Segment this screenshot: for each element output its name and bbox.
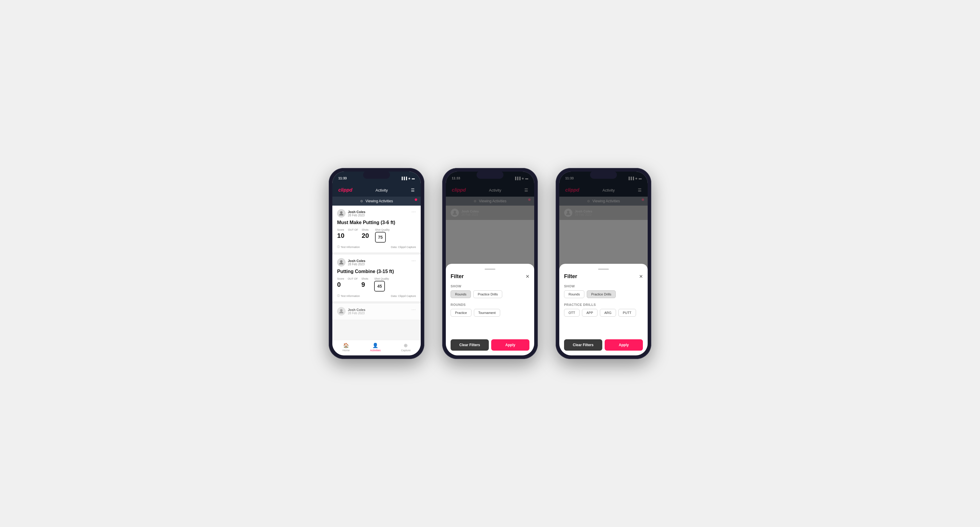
score-section-2: Score 0 bbox=[337, 277, 344, 289]
filter-sheet-3: Filter ✕ Show Rounds Practice Drills Pra… bbox=[559, 264, 648, 356]
filter-close-3[interactable]: ✕ bbox=[639, 274, 643, 279]
chip-ott-label-3: OTT bbox=[568, 311, 575, 314]
user-details-2: Josh Coles 28 Feb 2023 bbox=[348, 259, 366, 266]
notification-dot-1 bbox=[415, 198, 417, 201]
clear-filters-btn-2[interactable]: Clear Filters bbox=[450, 339, 489, 351]
filter-show-label-3: Show bbox=[564, 284, 643, 288]
card-header-2: Josh Coles 28 Feb 2023 ··· bbox=[337, 258, 416, 267]
filter-close-2[interactable]: ✕ bbox=[525, 274, 530, 279]
shots-value-2: 9 bbox=[361, 281, 365, 288]
quality-section-1: Shot Quality 75 bbox=[375, 228, 390, 243]
chip-rounds-label-3: Rounds bbox=[568, 292, 580, 296]
user-name-1: Josh Coles bbox=[348, 210, 366, 214]
svg-point-1 bbox=[340, 260, 342, 263]
chip-rounds-2[interactable]: Rounds bbox=[450, 290, 471, 298]
phone-3: 11:33 ▐▐▐ ◈ ▬ clippd Activity ☰ ⚙ Viewin… bbox=[556, 168, 651, 359]
quality-badge-1: 75 bbox=[375, 232, 386, 243]
capture-label: Capture bbox=[401, 349, 410, 352]
capture-icon: ⊕ bbox=[404, 343, 407, 348]
avatar-2 bbox=[337, 258, 345, 267]
activity-title-1: Must Make Putting (3-6 ft) bbox=[337, 220, 416, 225]
filter-buttons-2: Clear Filters Apply bbox=[450, 339, 530, 351]
chip-arg-3[interactable]: ARG bbox=[600, 309, 616, 317]
user-info-3: Josh Coles 28 Feb 2023 bbox=[337, 307, 366, 316]
phone-2-screen: 11:33 ▐▐▐ ◈ ▬ clippd Activity ☰ ⚙ Viewin… bbox=[446, 171, 534, 356]
chip-practice-drills-2[interactable]: Practice Drills bbox=[473, 290, 502, 298]
stats-row-1: Score 10 OUT OF Shots 20 Shot Quality 75 bbox=[337, 228, 416, 243]
chip-arg-label-3: ARG bbox=[605, 311, 611, 314]
avatar-3 bbox=[337, 307, 345, 316]
filter-title-3: Filter bbox=[564, 273, 577, 279]
card-footer-1: ⓘ Test Information Data: Clippd Capture bbox=[337, 245, 416, 249]
filter-buttons-3: Clear Filters Apply bbox=[564, 339, 643, 351]
user-date-1: 28 Feb 2023 bbox=[348, 214, 366, 217]
score-section-1: Score 10 bbox=[337, 228, 344, 240]
nav-home[interactable]: 🏠 Home bbox=[342, 343, 350, 352]
quality-value-2: 45 bbox=[377, 284, 382, 289]
stats-row-2: Score 0 OUT OF Shots 9 Shot Quality 45 bbox=[337, 277, 416, 292]
logo-1: clippd bbox=[338, 187, 352, 193]
dynamic-island bbox=[363, 171, 390, 179]
card-header-3: Josh Coles 28 Feb 2023 ··· bbox=[337, 307, 416, 316]
chip-rounds-3[interactable]: Rounds bbox=[564, 290, 584, 298]
phone-2: 11:33 ▐▐▐ ◈ ▬ clippd Activity ☰ ⚙ Viewin… bbox=[442, 168, 538, 359]
filter-title-2: Filter bbox=[450, 273, 464, 279]
viewing-bar-text-1: Viewing Activities bbox=[366, 199, 393, 203]
activities-label: Activities bbox=[370, 349, 381, 352]
nav-capture[interactable]: ⊕ Capture bbox=[401, 343, 410, 352]
out-of-2: OUT OF bbox=[348, 277, 358, 280]
signal-icon: ▐▐▐ bbox=[401, 177, 407, 180]
bottom-nav-1: 🏠 Home 👤 Activities ⊕ Capture bbox=[332, 340, 421, 356]
apply-btn-3[interactable]: Apply bbox=[605, 339, 643, 351]
phone-1-screen: 11:33 ▐▐▐ ◈ ▬ clippd Activity ☰ ⚙ Viewin… bbox=[332, 171, 421, 356]
chip-ott-3[interactable]: OTT bbox=[564, 309, 579, 317]
home-icon: 🏠 bbox=[343, 343, 349, 348]
menu-icon-1[interactable]: ☰ bbox=[411, 188, 415, 192]
quality-label-1: Shot Quality bbox=[375, 228, 390, 231]
nav-activities[interactable]: 👤 Activities bbox=[370, 343, 381, 352]
status-time-1: 11:33 bbox=[338, 176, 347, 180]
chip-tournament-2[interactable]: Tournament bbox=[474, 309, 500, 317]
filter-rounds-label-2: Rounds bbox=[450, 303, 530, 306]
filter-show-label-2: Show bbox=[450, 284, 530, 288]
chip-practice-drills-3[interactable]: Practice Drills bbox=[587, 290, 616, 298]
filter-handle-3 bbox=[598, 268, 609, 270]
user-date-2: 28 Feb 2023 bbox=[348, 263, 366, 266]
filter-rounds-chips-2: Practice Tournament bbox=[450, 309, 530, 317]
user-details-3: Josh Coles 28 Feb 2023 bbox=[348, 308, 366, 315]
shots-section-1: Shots 20 bbox=[361, 228, 369, 240]
chip-putt-label-3: PUTT bbox=[623, 311, 632, 314]
home-label: Home bbox=[342, 349, 350, 352]
chip-tournament-label-2: Tournament bbox=[478, 311, 496, 314]
filter-handle-2 bbox=[485, 268, 495, 270]
shots-label-1: Shots bbox=[361, 228, 369, 231]
chip-practice-drills-label-2: Practice Drills bbox=[478, 292, 498, 296]
quality-value-1: 75 bbox=[378, 235, 383, 240]
info-icon-1: ⓘ bbox=[337, 245, 340, 249]
chip-putt-3[interactable]: PUTT bbox=[619, 309, 636, 317]
card-more-3[interactable]: ··· bbox=[412, 307, 416, 312]
score-value-1: 10 bbox=[337, 232, 344, 239]
activity-card-1[interactable]: Josh Coles 28 Feb 2023 ··· Must Make Put… bbox=[332, 206, 421, 253]
chip-practice-2[interactable]: Practice bbox=[450, 309, 471, 317]
wifi-icon: ◈ bbox=[408, 177, 410, 180]
chip-app-3[interactable]: APP bbox=[582, 309, 598, 317]
clear-filters-btn-3[interactable]: Clear Filters bbox=[564, 339, 602, 351]
chip-app-label-3: APP bbox=[587, 311, 593, 314]
apply-btn-2[interactable]: Apply bbox=[491, 339, 530, 351]
card-more-2[interactable]: ··· bbox=[412, 258, 416, 263]
card-more-1[interactable]: ··· bbox=[412, 209, 416, 214]
viewing-bar-1[interactable]: ⚙ Viewing Activities bbox=[332, 197, 421, 206]
activity-card-3-partial: Josh Coles 28 Feb 2023 ··· bbox=[332, 303, 421, 320]
shots-value-1: 20 bbox=[361, 232, 369, 239]
shots-section-2: Shots 9 bbox=[361, 277, 368, 289]
nav-bar-1: clippd Activity ☰ bbox=[332, 184, 421, 197]
battery-icon: ▬ bbox=[412, 177, 415, 180]
user-name-3: Josh Coles bbox=[348, 308, 366, 311]
user-info-1: Josh Coles 28 Feb 2023 bbox=[337, 209, 366, 217]
spacer-2 bbox=[450, 321, 530, 333]
activity-title-2: Putting Combine (3-15 ft) bbox=[337, 269, 416, 274]
chip-practice-label-2: Practice bbox=[455, 311, 467, 314]
activity-card-2[interactable]: Josh Coles 28 Feb 2023 ··· Putting Combi… bbox=[332, 254, 421, 302]
filter-show-chips-2: Rounds Practice Drills bbox=[450, 290, 530, 298]
